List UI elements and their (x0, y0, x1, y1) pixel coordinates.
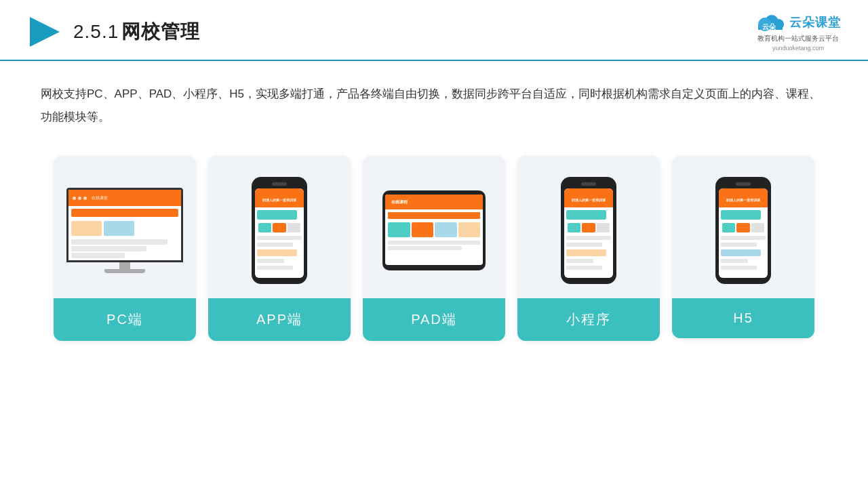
svg-text:云朵: 云朵 (762, 23, 776, 30)
svg-marker-0 (30, 17, 60, 47)
logo-cloud: 云朵 云朵课堂 (755, 12, 841, 33)
app-device-mock: 职涯人的第一堂培训课 (252, 177, 307, 284)
card-app-label: APP端 (208, 298, 351, 341)
logo-url: yunduoketang.com (772, 45, 824, 52)
pad-device-mock: 在线课程 (382, 190, 486, 270)
logo-brand-text: 云朵课堂 (789, 14, 841, 30)
play-icon (27, 14, 62, 49)
cards-container: 在线课堂 (0, 136, 868, 341)
header-left: 2.5.1网校管理 (27, 14, 200, 49)
miniprogram-device-mock: 职涯人的第一堂培训课 (561, 177, 616, 284)
card-pad-image: 在线课程 (363, 156, 505, 298)
card-miniprogram-label: 小程序 (517, 298, 660, 341)
header: 2.5.1网校管理 云朵 云朵课堂 教育机构一站式服务云平台 yunduoket… (0, 0, 868, 61)
card-pad: 在线课程 (363, 156, 505, 341)
logo-area: 云朵 云朵课堂 教育机构一站式服务云平台 yunduoketang.com (755, 12, 841, 52)
page-title: 2.5.1网校管理 (73, 19, 200, 45)
cloud-icon: 云朵 (755, 12, 785, 33)
card-pad-label: PAD端 (363, 298, 505, 341)
card-miniprogram-image: 职涯人的第一堂培训课 (517, 156, 660, 298)
card-miniprogram: 职涯人的第一堂培训课 (517, 156, 660, 341)
card-h5-label: H5 (672, 298, 814, 338)
card-h5-image: 职涯人的第一堂培训课 (672, 156, 814, 298)
card-pc-label: PC端 (54, 298, 196, 341)
card-app-image: 职涯人的第一堂培训课 (208, 156, 351, 298)
description-text: 网校支持PC、APP、PAD、小程序、H5，实现多端打通，产品各终端自由切换，数… (0, 61, 868, 136)
logo-tagline: 教育机构一站式服务云平台 (757, 34, 839, 43)
card-app: 职涯人的第一堂培训课 (208, 156, 351, 341)
card-h5: 职涯人的第一堂培训课 (672, 156, 814, 338)
card-pc-image: 在线课堂 (54, 156, 196, 298)
card-pc: 在线课堂 (54, 156, 196, 341)
h5-device-mock: 职涯人的第一堂培训课 (715, 177, 771, 284)
pc-device-mock: 在线课堂 (66, 188, 183, 273)
